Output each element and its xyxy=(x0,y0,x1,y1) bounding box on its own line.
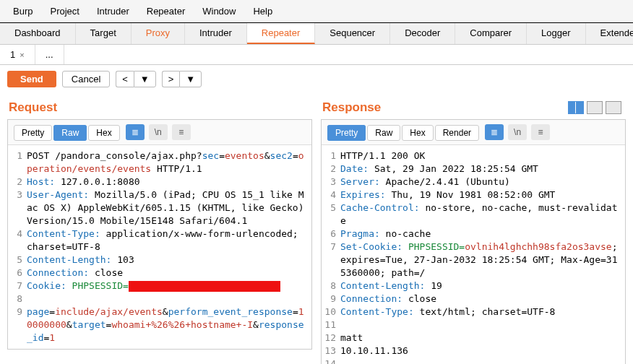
tab-comparer[interactable]: Comparer xyxy=(455,23,527,44)
response-pane: PrettyRawHexRender ≣ \n ≡ 1HTTP/1.1 200 … xyxy=(321,119,626,364)
layout-rows-icon[interactable] xyxy=(587,101,603,114)
wrap-icon[interactable]: ≣ xyxy=(485,124,504,140)
subtab[interactable]: 1× xyxy=(0,45,35,64)
mode-pretty[interactable]: Pretty xyxy=(14,125,52,141)
request-toolbar: PrettyRawHex ≣ \n ≡ xyxy=(8,120,311,145)
menu-window[interactable]: Window xyxy=(195,3,243,20)
history-back-button[interactable]: < xyxy=(116,71,134,87)
hamburger-icon[interactable]: ≡ xyxy=(531,124,550,140)
request-pane: PrettyRawHex ≣ \n ≡ 1POST /pandora_conso… xyxy=(7,119,312,350)
history-back-dropdown[interactable]: ▼ xyxy=(134,71,156,87)
menu-burp[interactable]: Burp xyxy=(6,3,40,20)
repeater-toolbar: Send Cancel < ▼ > ▼ xyxy=(0,65,633,93)
close-icon[interactable]: × xyxy=(20,51,24,59)
layout-single-icon[interactable] xyxy=(606,101,621,114)
menu-intruder[interactable]: Intruder xyxy=(90,3,137,20)
tab-proxy[interactable]: Proxy xyxy=(132,23,185,44)
panes: Request PrettyRawHex ≣ \n ≡ 1POST /pando… xyxy=(0,93,633,364)
menu-help[interactable]: Help xyxy=(246,3,280,20)
send-button[interactable]: Send xyxy=(7,71,56,87)
history-back-group: < ▼ xyxy=(116,71,155,87)
tab-target[interactable]: Target xyxy=(76,23,132,44)
response-body[interactable]: 1HTTP/1.1 200 OK 2Date: Sat, 29 Jan 2022… xyxy=(322,145,625,364)
mode-raw[interactable]: Raw xyxy=(53,125,87,141)
subtab[interactable]: ... xyxy=(35,45,64,64)
tab-extender[interactable]: Extender xyxy=(586,23,633,44)
redacted-cookie xyxy=(129,281,280,292)
wrap-icon[interactable]: ≣ xyxy=(126,124,145,140)
menu-bar: BurpProjectIntruderRepeaterWindowHelp xyxy=(0,0,633,23)
history-fwd-group: > ▼ xyxy=(162,71,202,87)
layout-columns-icon[interactable] xyxy=(568,101,584,114)
newline-icon[interactable]: \n xyxy=(508,124,527,140)
tab-sequencer[interactable]: Sequencer xyxy=(315,23,390,44)
history-fwd-dropdown[interactable]: ▼ xyxy=(179,71,202,87)
mode-hex[interactable]: Hex xyxy=(402,125,433,141)
request-body[interactable]: 1POST /pandora_console/ajax.php?sec=even… xyxy=(8,145,311,349)
tab-logger[interactable]: Logger xyxy=(527,23,585,44)
mode-raw[interactable]: Raw xyxy=(367,125,400,141)
history-fwd-button[interactable]: > xyxy=(162,71,180,87)
tab-decoder[interactable]: Decoder xyxy=(390,23,455,44)
newline-icon[interactable]: \n xyxy=(149,124,168,140)
menu-repeater[interactable]: Repeater xyxy=(139,3,192,20)
cancel-button[interactable]: Cancel xyxy=(62,71,110,87)
mode-hex[interactable]: Hex xyxy=(88,125,119,141)
layout-switcher xyxy=(568,98,626,114)
repeater-subtabs: 1×... xyxy=(0,45,633,65)
mode-pretty[interactable]: Pretty xyxy=(327,125,366,141)
mode-render[interactable]: Render xyxy=(435,125,479,141)
tab-dashboard[interactable]: Dashboard xyxy=(0,23,76,44)
hamburger-icon[interactable]: ≡ xyxy=(172,124,191,140)
main-tabs: DashboardTargetProxyIntruderRepeaterSequ… xyxy=(0,23,633,45)
response-toolbar: PrettyRawHexRender ≣ \n ≡ xyxy=(322,120,625,145)
response-title: Response xyxy=(321,93,381,119)
tab-repeater[interactable]: Repeater xyxy=(247,23,315,44)
menu-project[interactable]: Project xyxy=(43,3,86,20)
tab-intruder[interactable]: Intruder xyxy=(185,23,247,44)
request-title: Request xyxy=(7,93,312,119)
